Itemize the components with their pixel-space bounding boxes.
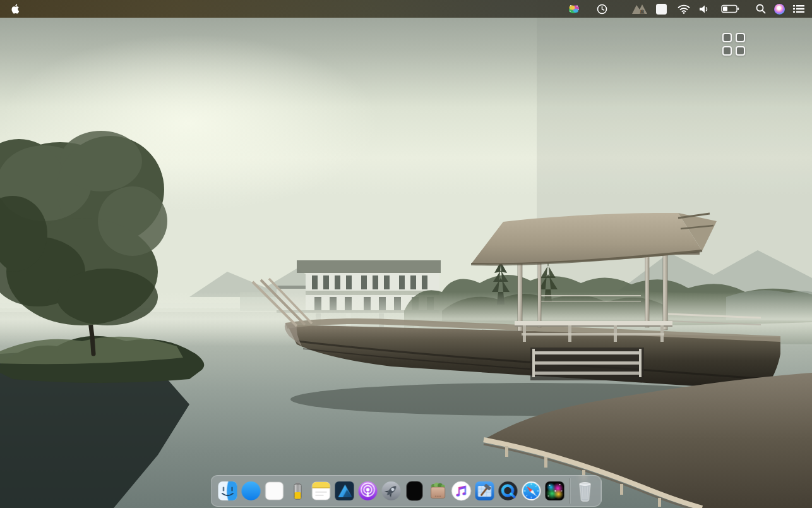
dock-item-battery-monitor[interactable] xyxy=(286,476,309,505)
status-timer[interactable] xyxy=(597,4,610,15)
status-volume[interactable] xyxy=(698,4,710,14)
volume-icon xyxy=(698,4,710,14)
dock-item-quicktime[interactable] xyxy=(496,476,520,505)
notification-list-icon xyxy=(793,4,804,13)
app-store-icon xyxy=(240,480,261,502)
status-wifi[interactable] xyxy=(678,4,690,14)
dock-item-itunes[interactable] xyxy=(450,476,473,505)
status-mountain-app[interactable]: M xyxy=(631,3,648,15)
clock-icon xyxy=(597,4,607,15)
safari-icon xyxy=(520,480,542,502)
dock-item-podcasts[interactable] xyxy=(356,476,379,505)
xcode-icon xyxy=(474,480,495,502)
dock-item-trash[interactable] xyxy=(573,476,597,505)
trash-icon xyxy=(574,478,595,504)
dock-item-affinity-designer[interactable] xyxy=(333,476,356,505)
dock-divider xyxy=(570,478,570,504)
menu-bar: M xyxy=(0,0,812,18)
dock-item-rocket-launcher[interactable] xyxy=(379,476,403,505)
dock-item-notes[interactable] xyxy=(309,476,333,505)
battery-icon xyxy=(721,4,739,13)
dock-item-stickers[interactable] xyxy=(426,476,450,505)
dock-item-xcode[interactable] xyxy=(473,476,496,505)
wallpaper-art xyxy=(0,0,812,508)
app-grid-widget-icon[interactable] xyxy=(722,33,745,56)
podcasts-icon xyxy=(357,480,378,502)
dock-item-finder[interactable] xyxy=(216,476,239,505)
dock-item-calendar[interactable] xyxy=(263,476,286,505)
stickers-icon xyxy=(427,480,448,502)
status-siri[interactable] xyxy=(774,4,785,15)
mountain-m-icon: M xyxy=(631,3,648,15)
status-input-source[interactable] xyxy=(656,4,669,15)
animated-wallpapers-icon xyxy=(568,3,580,15)
dock-item-watch-clock[interactable] xyxy=(403,476,426,505)
rocket-icon xyxy=(380,480,402,502)
wifi-icon xyxy=(678,4,690,14)
spotlight-search-icon xyxy=(756,4,766,14)
status-animated-wallpapers[interactable] xyxy=(568,3,580,15)
calendar-icon xyxy=(263,480,285,502)
finder-icon xyxy=(217,480,238,502)
watch-clock-icon xyxy=(403,480,425,502)
status-battery[interactable] xyxy=(718,4,739,13)
quicktime-icon xyxy=(497,480,518,502)
battery-app-icon xyxy=(287,480,308,502)
dock-item-safari[interactable] xyxy=(520,476,543,505)
dock xyxy=(211,475,602,507)
status-notification-center[interactable] xyxy=(793,4,804,13)
desktop: M xyxy=(0,0,812,508)
affinity-designer-icon xyxy=(333,480,355,502)
itunes-icon xyxy=(450,480,472,502)
input-source-badge xyxy=(656,4,667,15)
apple-menu[interactable] xyxy=(10,3,21,15)
deck-steps xyxy=(530,348,644,380)
status-spotlight[interactable] xyxy=(756,4,766,14)
dock-item-app-store[interactable] xyxy=(239,476,263,505)
dock-item-animated-wallpapers[interactable] xyxy=(543,476,566,505)
notes-icon xyxy=(310,480,331,502)
svg-text:M: M xyxy=(640,9,644,14)
animated-wallpapers-app-icon xyxy=(544,480,565,502)
apple-logo-icon xyxy=(10,3,20,15)
